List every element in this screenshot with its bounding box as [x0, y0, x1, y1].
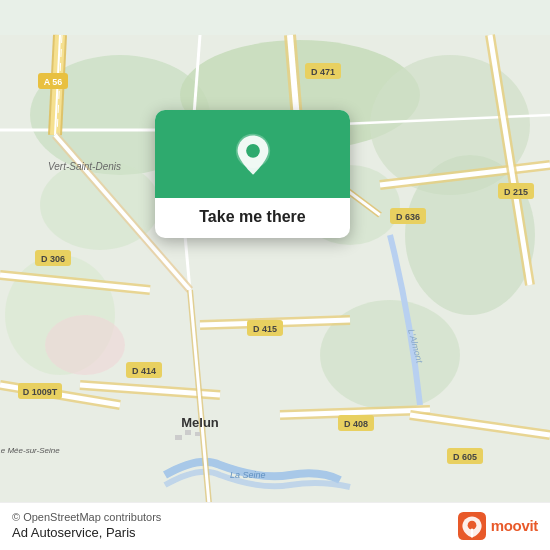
svg-text:Le Mée-sur-Seine: Le Mée-sur-Seine [0, 446, 60, 455]
svg-text:Melun: Melun [181, 415, 219, 430]
moovit-icon [458, 512, 486, 540]
place-name-text: Ad Autoservice, [12, 525, 102, 540]
svg-rect-67 [185, 430, 191, 435]
take-me-there-button[interactable]: Take me there [183, 198, 321, 238]
map-container: L'Almont La Seine Vert-Saint-Denis A 56 … [0, 0, 550, 550]
svg-point-71 [246, 144, 260, 158]
map-attribution: © OpenStreetMap contributors [12, 511, 161, 523]
svg-text:D 306: D 306 [41, 254, 65, 264]
svg-text:D 1009T: D 1009T [23, 387, 58, 397]
svg-rect-68 [195, 432, 200, 436]
svg-text:D 415: D 415 [253, 324, 277, 334]
svg-text:D 471: D 471 [311, 67, 335, 77]
svg-text:D 215: D 215 [504, 187, 528, 197]
map-background: L'Almont La Seine Vert-Saint-Denis A 56 … [0, 0, 550, 550]
moovit-text: moovit [491, 517, 538, 534]
svg-rect-69 [175, 435, 182, 440]
svg-text:D 414: D 414 [132, 366, 156, 376]
location-pin-icon [229, 132, 277, 180]
place-city-text: Paris [106, 525, 136, 540]
svg-text:D 636: D 636 [396, 212, 420, 222]
svg-text:Vert-Saint-Denis: Vert-Saint-Denis [48, 161, 121, 172]
moovit-logo: moovit [458, 512, 538, 540]
bottom-bar: © OpenStreetMap contributors Ad Autoserv… [0, 502, 550, 550]
svg-text:A 56: A 56 [44, 77, 63, 87]
popup-card[interactable]: Take me there [155, 110, 350, 238]
svg-text:D 408: D 408 [344, 419, 368, 429]
svg-text:La Seine: La Seine [230, 470, 266, 480]
svg-text:D 605: D 605 [453, 452, 477, 462]
svg-point-9 [45, 315, 125, 375]
place-name: Ad Autoservice, Paris [12, 525, 161, 540]
popup-header [155, 110, 350, 198]
svg-point-73 [467, 520, 476, 529]
